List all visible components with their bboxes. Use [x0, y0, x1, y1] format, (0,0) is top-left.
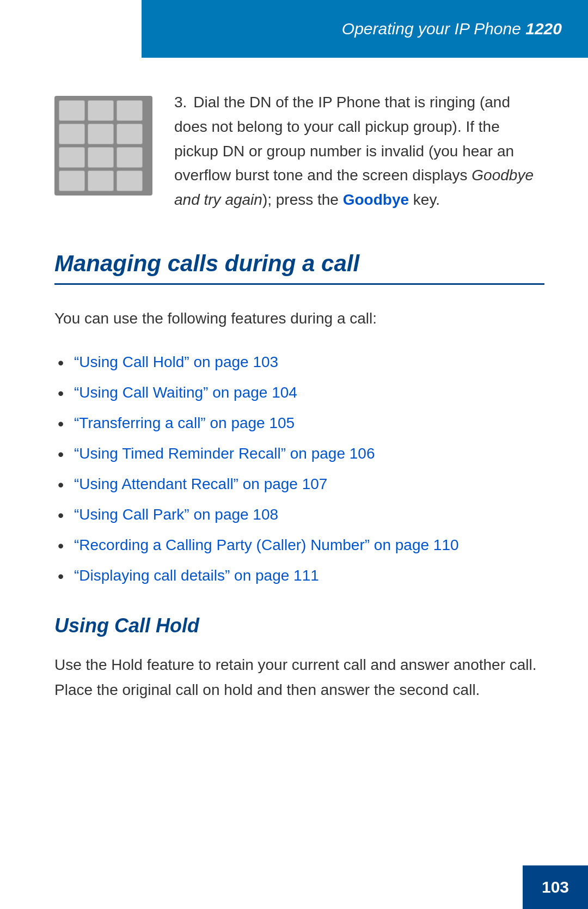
- step-3-text: 3.Dial the DN of the IP Phone that is ri…: [174, 90, 544, 212]
- key-star: [59, 170, 85, 191]
- page-number: 103: [542, 878, 569, 896]
- goodbye-label: Goodbye: [343, 191, 409, 208]
- list-item[interactable]: “Using Attendant Recall” on page 107: [54, 473, 544, 496]
- list-item[interactable]: “Recording a Calling Party (Caller) Numb…: [54, 534, 544, 557]
- header-bar: Operating your IP Phone 1220: [142, 0, 588, 58]
- keypad-image: [54, 96, 152, 196]
- key-8: [88, 147, 114, 168]
- step-3-section: 3.Dial the DN of the IP Phone that is ri…: [54, 90, 544, 212]
- key-6: [117, 124, 143, 144]
- list-item[interactable]: “Transferring a call” on page 105: [54, 412, 544, 435]
- list-item[interactable]: “Using Call Hold” on page 103: [54, 351, 544, 374]
- header-title-bold: 1220: [525, 20, 562, 38]
- page-footer: 103: [523, 865, 588, 909]
- step-text-after-italic: ); press the: [262, 191, 343, 208]
- step-number: 3.: [174, 94, 187, 111]
- key-1: [59, 100, 85, 121]
- call-hold-heading: Using Call Hold: [54, 614, 544, 637]
- main-content: 3.Dial the DN of the IP Phone that is ri…: [0, 58, 588, 759]
- call-hold-paragraph: Use the Hold feature to retain your curr…: [54, 652, 544, 703]
- step-text-before-italic: Dial the DN of the IP Phone that is ring…: [174, 94, 514, 184]
- key-7: [59, 147, 85, 168]
- list-item[interactable]: “Using Call Park” on page 108: [54, 503, 544, 526]
- key-3: [117, 100, 143, 121]
- header-title-normal: Operating your IP Phone: [342, 20, 525, 38]
- key-4: [59, 124, 85, 144]
- keypad-grid: [54, 96, 152, 196]
- key-5: [88, 124, 114, 144]
- key-9: [117, 147, 143, 168]
- list-item[interactable]: “Displaying call details” on page 111: [54, 564, 544, 587]
- header-title: Operating your IP Phone 1220: [342, 20, 562, 38]
- managing-intro: You can use the following features durin…: [54, 307, 544, 331]
- step-text-end: key.: [409, 191, 440, 208]
- key-2: [88, 100, 114, 121]
- key-hash: [117, 170, 143, 191]
- list-item[interactable]: “Using Call Waiting” on page 104: [54, 381, 544, 404]
- key-0: [88, 170, 114, 191]
- managing-bullet-list: “Using Call Hold” on page 103“Using Call…: [54, 351, 544, 587]
- list-item[interactable]: “Using Timed Reminder Recall” on page 10…: [54, 442, 544, 465]
- managing-calls-heading: Managing calls during a call: [54, 251, 544, 285]
